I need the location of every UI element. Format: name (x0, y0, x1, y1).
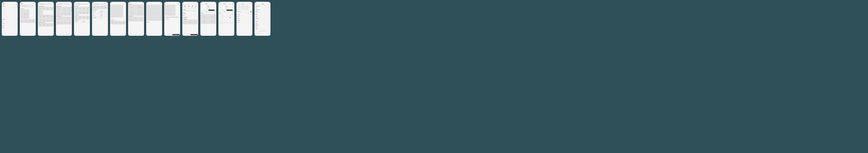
category-lighting[interactable]: Lighting+ (2, 18, 17, 20)
back-icon[interactable]: ← (111, 3, 111, 4)
cat-accessories[interactable]: Accessories (93, 17, 100, 19)
category-rugs[interactable]: Rugs+ (2, 25, 17, 27)
heart-icon[interactable]: ♡ (125, 3, 125, 4)
screen-profile-interests: 9:41••• ▮ ←my_profile ✓⋯ PostmodernMemph… (236, 1, 253, 36)
screen-account: 9:41••• ▮ ←Account ◦ Transaction History… (254, 1, 271, 36)
screen-item-detail: 9:41••• ▮ ←⇧ ▿ ♡ ▣ ● ○ ○ ○ ○ A Heading f… (164, 1, 181, 36)
screen-photo-detail: 9:41••• ▮ ←⇧ ▿ ♡ ▣ Reviews ● ○ ○ ○ ○ ◉ u… (110, 1, 126, 36)
tab-bar: ⌂⌕⊕✉☺ (2, 34, 18, 36)
cat-decor[interactable]: Decor (100, 12, 107, 15)
tab-inbox[interactable]: ✉ (12, 34, 13, 35)
hero-image[interactable]: ▣ (21, 10, 29, 19)
brand-heading: Herman Miller (75, 6, 89, 7)
search-input[interactable]: ⌕Search anything... (21, 5, 35, 7)
screen-item-description: 9:41••• ▮ ◉ username ✓★★★★★+ Follow 24MF… (182, 1, 198, 36)
screen-in-this-photo: 9:41••• ▮ In This Photo ▣Item Name▣Item … (128, 1, 145, 36)
tab-pencil[interactable]: ✎ (203, 11, 203, 12)
account-boards[interactable]: ◦ Boards (255, 16, 270, 18)
screen-profile-listings: 9:41••• ▮ ←username ✓⋯ ☺ JOHN SMITH★★★★★… (200, 1, 217, 36)
try-premium-button[interactable]: ✦ Try Residence+ for Free (255, 31, 270, 32)
cat-art[interactable]: Art (93, 12, 100, 15)
bookmark-icon[interactable]: ▿ (124, 3, 124, 4)
cart-icon[interactable]: 🛒 (16, 4, 17, 4)
screen-brand: 9:41••• ▮ ⌕Search anything... Herman Mil… (73, 1, 90, 36)
account-settings[interactable]: ◦ Settings (255, 22, 270, 24)
screen-browse-categories: 9:41••• ▮ ⌕Search anything... ▣▣▣▣ Brows… (92, 1, 108, 36)
dimensions-row[interactable]: Dimensions› (147, 21, 161, 23)
account-transaction-history[interactable]: ◦ Transaction History (255, 5, 270, 7)
cat-furniture[interactable]: Furniture (93, 10, 100, 12)
account-search-alerts[interactable]: ◦ Search Alerts (255, 18, 270, 20)
screen-recommended: 9:41••• ▮ ⌕Search anything... Recommende… (37, 1, 54, 36)
trades-toggle[interactable] (250, 11, 252, 12)
screen-item-image: 9:41••• ▮ ←⇧ ▿ ♡ ▣ ● ○ ○ ○ ○ Dimensions›… (146, 1, 162, 36)
account-activity[interactable]: ◦ Activity (255, 26, 270, 28)
add-to-cart-button[interactable]: Add to Cart (173, 34, 180, 35)
tab-home[interactable]: ⌂ (3, 34, 3, 35)
category-furniture[interactable]: Furniture– (2, 5, 17, 7)
logo: LOGO (2, 3, 4, 4)
tab-search[interactable]: ⌕ (6, 34, 7, 35)
account-wishlists[interactable]: ◦ Wishlists (255, 14, 270, 16)
category-art[interactable]: Art+ (2, 20, 17, 22)
get-inspired-link[interactable]: Get Inspired → (21, 8, 35, 9)
search-icon: ⌕ (21, 5, 22, 6)
account-my-listings[interactable]: ◦ My Listings (255, 11, 270, 13)
follow-button[interactable]: + Follow (194, 4, 197, 5)
cat-rugs[interactable]: Rugs (93, 15, 100, 17)
product-image[interactable]: ▣ (147, 5, 162, 21)
screen-curators: 9:41••• ▮ ⌕Search anything... Suggested … (56, 1, 72, 36)
close-icon[interactable]: × (61, 7, 61, 8)
screen-home-inspired: 9:41••• ▮ LOGO🛒 ⌕Search anything... Hot … (20, 1, 36, 36)
item-title: A Heading for an Item with a Really Long… (165, 17, 180, 18)
cat-wares[interactable]: Wares (100, 15, 107, 17)
make-offer-button[interactable]: Make Offer (165, 34, 172, 35)
account-following[interactable]: ◦ Following (255, 28, 270, 30)
account-offers[interactable]: ◦ Offers (255, 7, 270, 9)
screen-category-expanded: 9:41••• ▮ LOGO🛒 Furniture–All FurnitureS… (1, 1, 18, 36)
main-image[interactable]: ▣ Reviews (111, 5, 123, 17)
follow-button[interactable]: Follow (39, 13, 42, 14)
category-wares[interactable]: Wares+ (2, 27, 17, 29)
cat-gifts[interactable]: Gifts (100, 17, 107, 19)
share-icon[interactable]: ⇧ (123, 3, 124, 4)
curator-card[interactable]: ◉username Follow (38, 10, 43, 15)
account-payments[interactable]: ◦ Payments (255, 20, 270, 22)
cat-lighting[interactable]: Lighting (100, 10, 107, 12)
account-notifications[interactable]: ◦ Notifications (255, 24, 270, 26)
screen-profile-about: 9:41••• ▮ ←my_profile ✓⋯ ☺ JOHN SMITH★★★… (218, 1, 235, 36)
avatar[interactable]: ☺ (207, 5, 210, 8)
account-recently-viewed[interactable]: ◦ Recently Viewed (255, 9, 270, 11)
tab-add[interactable]: ⊕ (9, 34, 10, 35)
category-decor[interactable]: Decor+ (2, 22, 17, 25)
tab-profile[interactable]: ☺ (16, 34, 17, 35)
